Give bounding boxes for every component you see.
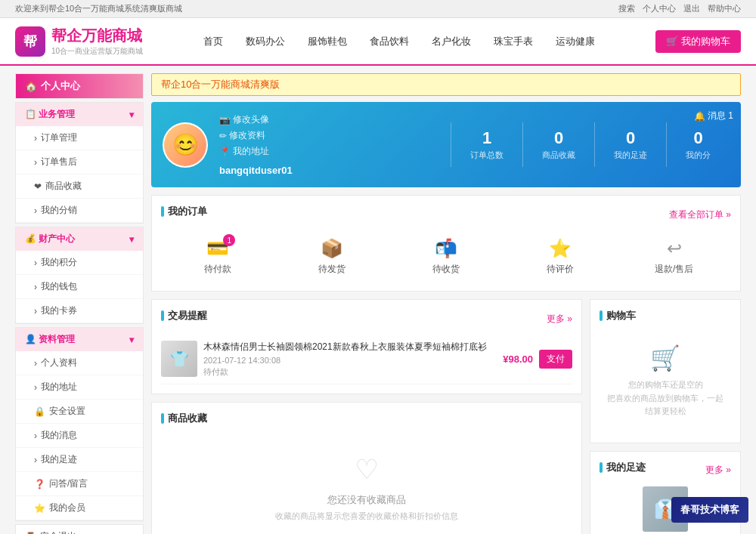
sidebar-item-footprint[interactable]: › 我的足迹	[16, 448, 143, 472]
arrow-icon7: ›	[34, 382, 37, 393]
sidebar-item-message[interactable]: › 我的消息	[16, 424, 143, 448]
sidebar-item-order-manage[interactable]: › 订单管理	[16, 126, 143, 150]
pay-button[interactable]: 支付	[539, 350, 572, 369]
user-stats: 1 订单总数 0 商品收藏 0 我的足迹 0 我的分	[451, 122, 730, 167]
sidebar-item-qa[interactable]: ❓ 问答/留言	[16, 472, 143, 496]
stat-fav-label: 商品收藏	[542, 150, 575, 161]
nav-food[interactable]: 食品饮料	[359, 30, 420, 53]
unpaid-icon: 💳 1	[206, 238, 229, 259]
trans-product-title[interactable]: 木林森情侣男士长袖圆领棉2021新款春秋上衣服装体夏季短袖棉打底衫	[203, 341, 497, 353]
chevron-down-icon: ▾	[129, 110, 134, 120]
person-icon: 👤	[25, 334, 36, 344]
my-address-link[interactable]: 📍 我的地址	[219, 145, 293, 158]
step-unpaid[interactable]: 💳 1 待付款	[161, 232, 275, 282]
nav-digital[interactable]: 数码办公	[235, 30, 296, 53]
exit-link[interactable]: 退出	[683, 3, 700, 14]
search-link[interactable]: 搜索	[618, 3, 635, 14]
trans-status: 待付款	[203, 366, 497, 378]
user-banner: 😊 📷 修改头像 ✏ 修改资料 📍 我的地址 bangqitduser01	[151, 102, 741, 187]
wallet-icon: 💰	[25, 233, 36, 244]
logo-icon: 帮	[15, 26, 45, 57]
foot-more-link[interactable]: 更多 »	[705, 464, 731, 477]
trans-header: 交易提醒 更多 »	[161, 309, 572, 329]
stat-order-label: 订单总数	[470, 150, 503, 161]
unshipped-label: 待发货	[281, 263, 383, 276]
view-all-orders[interactable]: 查看全部订单 »	[669, 208, 731, 221]
cart-button[interactable]: 🛒 我的购物车	[655, 30, 741, 53]
two-col: 交易提醒 更多 » 👕 木林森情侣男士长袖圆领棉2021新款春秋上衣服装体夏季短…	[151, 299, 741, 534]
sidebar-item-sale[interactable]: › 我的分销	[16, 199, 143, 223]
step-unreceived[interactable]: 📬 待收货	[389, 232, 503, 282]
stat-order[interactable]: 1 订单总数	[451, 122, 522, 167]
business-header[interactable]: 📋 业务管理 ▾	[16, 103, 143, 126]
cart-empty-icon: 🛒	[607, 344, 723, 372]
order-steps: 💳 1 待付款 📦 待发货 📬 待收货 ⭐ 待评价	[161, 232, 731, 282]
avatar-image: 😊	[164, 124, 206, 166]
cart-label: 我的购物车	[681, 35, 730, 48]
nav-jewelry[interactable]: 珠宝手表	[483, 30, 544, 53]
sidebar: 🏠 个人中心 📋 业务管理 ▾ › 订单管理 › 订单售后 ❤ 商品收藏	[15, 73, 144, 534]
nav-cosmetics[interactable]: 名户化妆	[421, 30, 482, 53]
help-link[interactable]: 帮助中心	[708, 3, 741, 14]
fav-empty: ♡ 您还没有收藏商品 收藏的商品将显示您喜爱的收藏价格和折扣价信息	[161, 431, 572, 534]
trans-price: ¥98.00	[503, 353, 533, 365]
cart-title: 购物车	[600, 309, 731, 323]
stat-footprint[interactable]: 0 我的足迹	[594, 122, 666, 167]
order-icon: 📋	[25, 109, 36, 119]
trans-info: 木林森情侣男士长袖圆领棉2021新款春秋上衣服装体夏季短袖棉打底衫 2021-0…	[203, 341, 497, 378]
nav-clothing[interactable]: 服饰鞋包	[297, 30, 358, 53]
order-title: 我的订单	[161, 205, 207, 218]
sidebar-item-coupon[interactable]: › 我的卡券	[16, 299, 143, 323]
refund-label: 退款/售后	[623, 263, 725, 276]
step-refund[interactable]: ↩ 退款/售后	[617, 232, 731, 282]
msg-badge[interactable]: 🔔 消息 1	[694, 110, 733, 122]
stat-points-num: 0	[686, 128, 711, 148]
stat-points[interactable]: 0 我的分	[666, 122, 730, 167]
sidebar-item-member[interactable]: ⭐ 我的会员	[16, 496, 143, 520]
logo-title: 帮企万能商城	[51, 26, 143, 46]
edit-profile-link[interactable]: ✏ 修改资料	[219, 129, 293, 142]
finance-header[interactable]: 💰 财产中心 ▾	[16, 227, 143, 251]
stat-fav[interactable]: 0 商品收藏	[522, 122, 594, 167]
business-label: 📋 业务管理	[25, 108, 75, 121]
cart-section: 购物车 🛒 您的购物车还是空的 把喜欢的商品放到购物车，一起结算更轻松	[590, 299, 741, 443]
arrow-icon3: ›	[34, 258, 37, 268]
favorites-section: 商品收藏 ♡ 您还没有收藏商品 收藏的商品将显示您喜爱的收藏价格和折扣价信息	[151, 402, 582, 534]
sidebar-item-address[interactable]: › 我的地址	[16, 375, 143, 400]
sidebar-item-profile[interactable]: › 个人资料	[16, 351, 143, 375]
edit-icon: ✏	[219, 131, 227, 141]
foot-title: 我的足迹	[600, 461, 646, 474]
sidebar-item-wallet[interactable]: › 我的钱包	[16, 275, 143, 299]
home-icon: 🏠	[25, 81, 37, 92]
bell-icon: 🔔	[694, 111, 705, 122]
sidebar-item-order-refund[interactable]: › 订单售后	[16, 150, 143, 174]
finance-label: 💰 财产中心	[25, 233, 75, 245]
star-icon: ⭐	[34, 503, 45, 514]
logo-subtitle: 10合一商业运营版万能商城	[51, 46, 143, 57]
sidebar-item-security[interactable]: 🔒 安全设置	[16, 400, 143, 424]
profile-section: 👤 资料管理 ▾ › 个人资料 › 我的地址 🔒 安全设置 › 我的消息 › 我…	[15, 327, 144, 521]
step-unreviewed[interactable]: ⭐ 待评价	[503, 232, 617, 282]
msg-icon: ›	[34, 431, 37, 441]
main-layout: 🏠 个人中心 📋 业务管理 ▾ › 订单管理 › 订单售后 ❤ 商品收藏	[0, 66, 756, 534]
step-unshipped[interactable]: 📦 待发货	[275, 232, 389, 282]
lock-icon: 🔒	[34, 406, 45, 417]
fav-empty-sub: 收藏的商品将显示您喜爱的收藏价格和折扣价信息	[184, 511, 550, 522]
profile-header[interactable]: 👤 资料管理 ▾	[16, 328, 143, 351]
nav-home[interactable]: 首页	[193, 30, 234, 53]
username: bangqitduser01	[219, 165, 293, 176]
sidebar-item-fav[interactable]: ❤ 商品收藏	[16, 174, 143, 199]
nav-sports[interactable]: 运动健康	[545, 30, 606, 53]
personal-section: 🏠 个人中心	[15, 73, 144, 99]
personal-header: 🏠 个人中心	[16, 74, 143, 98]
content-area: 帮企10合一万能商城清爽版 😊 📷 修改头像 ✏ 修改资料 📍	[151, 73, 741, 534]
fav-empty-icon: ♡	[184, 454, 550, 486]
trans-more-link[interactable]: 更多 »	[547, 313, 572, 326]
edit-avatar-link[interactable]: 📷 修改头像	[219, 113, 293, 126]
logout-button[interactable]: 🚪 安全退出	[16, 525, 143, 534]
transaction-section: 交易提醒 更多 » 👕 木林森情侣男士长袖圆领棉2021新款春秋上衣服装体夏季短…	[151, 299, 582, 394]
avatar: 😊	[163, 122, 208, 168]
personal-center-link[interactable]: 个人中心	[643, 3, 676, 14]
sidebar-item-points[interactable]: › 我的积分	[16, 251, 143, 275]
unreceived-label: 待收货	[395, 263, 497, 276]
